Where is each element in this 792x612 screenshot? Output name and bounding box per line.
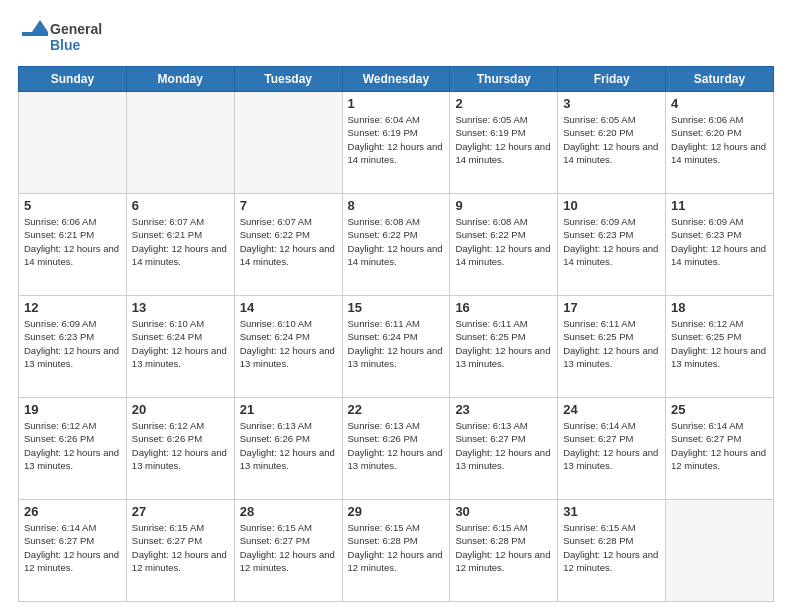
calendar-cell: 20Sunrise: 6:12 AMSunset: 6:26 PMDayligh… (126, 398, 234, 500)
calendar-table: SundayMondayTuesdayWednesdayThursdayFrid… (18, 66, 774, 602)
day-info: Sunrise: 6:09 AMSunset: 6:23 PMDaylight:… (24, 317, 121, 370)
day-number: 19 (24, 402, 121, 417)
day-info: Sunrise: 6:07 AMSunset: 6:21 PMDaylight:… (132, 215, 229, 268)
day-info: Sunrise: 6:15 AMSunset: 6:28 PMDaylight:… (455, 521, 552, 574)
calendar-cell: 2Sunrise: 6:05 AMSunset: 6:19 PMDaylight… (450, 92, 558, 194)
day-number: 31 (563, 504, 660, 519)
day-number: 3 (563, 96, 660, 111)
calendar-cell: 15Sunrise: 6:11 AMSunset: 6:24 PMDayligh… (342, 296, 450, 398)
calendar-header-row: SundayMondayTuesdayWednesdayThursdayFrid… (19, 67, 774, 92)
day-info: Sunrise: 6:12 AMSunset: 6:26 PMDaylight:… (24, 419, 121, 472)
day-number: 16 (455, 300, 552, 315)
calendar-week-row: 1Sunrise: 6:04 AMSunset: 6:19 PMDaylight… (19, 92, 774, 194)
day-number: 5 (24, 198, 121, 213)
day-info: Sunrise: 6:05 AMSunset: 6:20 PMDaylight:… (563, 113, 660, 166)
day-number: 29 (348, 504, 445, 519)
calendar-cell: 10Sunrise: 6:09 AMSunset: 6:23 PMDayligh… (558, 194, 666, 296)
day-number: 18 (671, 300, 768, 315)
calendar-week-row: 26Sunrise: 6:14 AMSunset: 6:27 PMDayligh… (19, 500, 774, 602)
calendar-week-row: 5Sunrise: 6:06 AMSunset: 6:21 PMDaylight… (19, 194, 774, 296)
calendar-day-header: Monday (126, 67, 234, 92)
calendar-cell: 24Sunrise: 6:14 AMSunset: 6:27 PMDayligh… (558, 398, 666, 500)
day-info: Sunrise: 6:08 AMSunset: 6:22 PMDaylight:… (348, 215, 445, 268)
day-info: Sunrise: 6:07 AMSunset: 6:22 PMDaylight:… (240, 215, 337, 268)
calendar-day-header: Wednesday (342, 67, 450, 92)
calendar-cell: 8Sunrise: 6:08 AMSunset: 6:22 PMDaylight… (342, 194, 450, 296)
day-info: Sunrise: 6:12 AMSunset: 6:26 PMDaylight:… (132, 419, 229, 472)
svg-rect-3 (22, 32, 48, 36)
calendar-cell (19, 92, 127, 194)
day-number: 28 (240, 504, 337, 519)
day-info: Sunrise: 6:15 AMSunset: 6:27 PMDaylight:… (240, 521, 337, 574)
calendar-cell: 21Sunrise: 6:13 AMSunset: 6:26 PMDayligh… (234, 398, 342, 500)
day-info: Sunrise: 6:11 AMSunset: 6:24 PMDaylight:… (348, 317, 445, 370)
day-info: Sunrise: 6:13 AMSunset: 6:26 PMDaylight:… (240, 419, 337, 472)
day-info: Sunrise: 6:15 AMSunset: 6:27 PMDaylight:… (132, 521, 229, 574)
logo-svg: General Blue (18, 18, 108, 56)
day-number: 13 (132, 300, 229, 315)
day-number: 6 (132, 198, 229, 213)
logo: General Blue (18, 18, 108, 56)
day-number: 9 (455, 198, 552, 213)
calendar-cell: 4Sunrise: 6:06 AMSunset: 6:20 PMDaylight… (666, 92, 774, 194)
day-number: 12 (24, 300, 121, 315)
calendar-cell: 23Sunrise: 6:13 AMSunset: 6:27 PMDayligh… (450, 398, 558, 500)
day-info: Sunrise: 6:06 AMSunset: 6:21 PMDaylight:… (24, 215, 121, 268)
day-number: 26 (24, 504, 121, 519)
calendar-week-row: 12Sunrise: 6:09 AMSunset: 6:23 PMDayligh… (19, 296, 774, 398)
day-number: 2 (455, 96, 552, 111)
day-info: Sunrise: 6:13 AMSunset: 6:26 PMDaylight:… (348, 419, 445, 472)
day-number: 7 (240, 198, 337, 213)
day-number: 1 (348, 96, 445, 111)
day-number: 30 (455, 504, 552, 519)
calendar-cell: 13Sunrise: 6:10 AMSunset: 6:24 PMDayligh… (126, 296, 234, 398)
day-info: Sunrise: 6:15 AMSunset: 6:28 PMDaylight:… (563, 521, 660, 574)
day-number: 21 (240, 402, 337, 417)
day-info: Sunrise: 6:15 AMSunset: 6:28 PMDaylight:… (348, 521, 445, 574)
calendar-cell (126, 92, 234, 194)
day-info: Sunrise: 6:11 AMSunset: 6:25 PMDaylight:… (563, 317, 660, 370)
calendar-cell: 25Sunrise: 6:14 AMSunset: 6:27 PMDayligh… (666, 398, 774, 500)
day-number: 10 (563, 198, 660, 213)
calendar-cell: 3Sunrise: 6:05 AMSunset: 6:20 PMDaylight… (558, 92, 666, 194)
day-info: Sunrise: 6:11 AMSunset: 6:25 PMDaylight:… (455, 317, 552, 370)
day-info: Sunrise: 6:05 AMSunset: 6:19 PMDaylight:… (455, 113, 552, 166)
calendar-cell: 12Sunrise: 6:09 AMSunset: 6:23 PMDayligh… (19, 296, 127, 398)
day-info: Sunrise: 6:04 AMSunset: 6:19 PMDaylight:… (348, 113, 445, 166)
calendar-day-header: Tuesday (234, 67, 342, 92)
day-info: Sunrise: 6:12 AMSunset: 6:25 PMDaylight:… (671, 317, 768, 370)
calendar-cell: 17Sunrise: 6:11 AMSunset: 6:25 PMDayligh… (558, 296, 666, 398)
day-number: 22 (348, 402, 445, 417)
calendar-cell (234, 92, 342, 194)
calendar-cell: 5Sunrise: 6:06 AMSunset: 6:21 PMDaylight… (19, 194, 127, 296)
day-number: 27 (132, 504, 229, 519)
calendar-cell: 27Sunrise: 6:15 AMSunset: 6:27 PMDayligh… (126, 500, 234, 602)
calendar-cell: 14Sunrise: 6:10 AMSunset: 6:24 PMDayligh… (234, 296, 342, 398)
calendar-cell (666, 500, 774, 602)
svg-text:Blue: Blue (50, 37, 81, 53)
calendar-cell: 9Sunrise: 6:08 AMSunset: 6:22 PMDaylight… (450, 194, 558, 296)
day-number: 25 (671, 402, 768, 417)
day-info: Sunrise: 6:09 AMSunset: 6:23 PMDaylight:… (671, 215, 768, 268)
calendar-cell: 6Sunrise: 6:07 AMSunset: 6:21 PMDaylight… (126, 194, 234, 296)
calendar-cell: 31Sunrise: 6:15 AMSunset: 6:28 PMDayligh… (558, 500, 666, 602)
svg-marker-2 (32, 20, 48, 32)
day-info: Sunrise: 6:14 AMSunset: 6:27 PMDaylight:… (671, 419, 768, 472)
calendar-day-header: Friday (558, 67, 666, 92)
svg-text:General: General (50, 21, 102, 37)
page: General Blue SundayMondayTuesdayWednesda… (0, 0, 792, 612)
day-info: Sunrise: 6:08 AMSunset: 6:22 PMDaylight:… (455, 215, 552, 268)
header: General Blue (18, 18, 774, 56)
calendar-cell: 29Sunrise: 6:15 AMSunset: 6:28 PMDayligh… (342, 500, 450, 602)
calendar-cell: 26Sunrise: 6:14 AMSunset: 6:27 PMDayligh… (19, 500, 127, 602)
calendar-cell: 16Sunrise: 6:11 AMSunset: 6:25 PMDayligh… (450, 296, 558, 398)
day-number: 17 (563, 300, 660, 315)
calendar-day-header: Sunday (19, 67, 127, 92)
day-info: Sunrise: 6:13 AMSunset: 6:27 PMDaylight:… (455, 419, 552, 472)
calendar-day-header: Thursday (450, 67, 558, 92)
calendar-cell: 30Sunrise: 6:15 AMSunset: 6:28 PMDayligh… (450, 500, 558, 602)
day-number: 15 (348, 300, 445, 315)
calendar-cell: 22Sunrise: 6:13 AMSunset: 6:26 PMDayligh… (342, 398, 450, 500)
calendar-cell: 7Sunrise: 6:07 AMSunset: 6:22 PMDaylight… (234, 194, 342, 296)
day-number: 24 (563, 402, 660, 417)
